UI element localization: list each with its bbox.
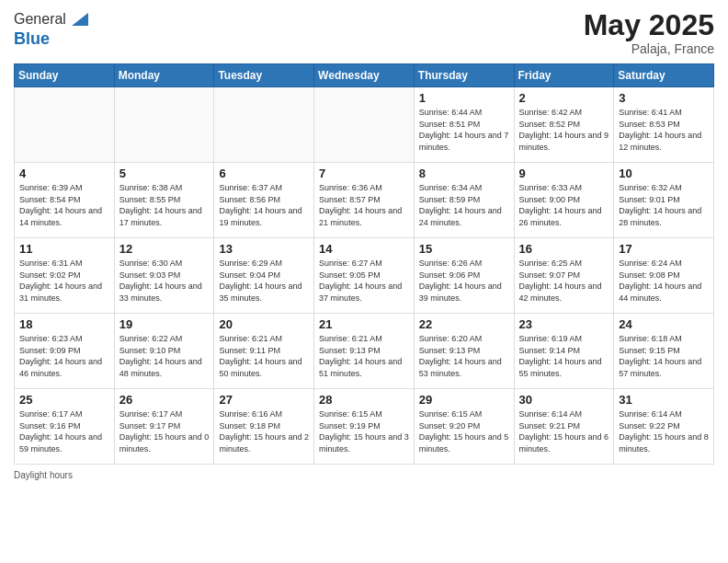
calendar-cell: 8Sunrise: 6:34 AM Sunset: 8:59 PM Daylig…	[414, 163, 514, 238]
calendar-cell: 17Sunrise: 6:24 AM Sunset: 9:08 PM Dayli…	[614, 238, 714, 314]
day-info: Sunrise: 6:41 AM Sunset: 8:53 PM Dayligh…	[619, 107, 709, 153]
day-info: Sunrise: 6:23 AM Sunset: 9:09 PM Dayligh…	[19, 333, 109, 379]
day-number: 8	[419, 167, 509, 180]
calendar-cell: 19Sunrise: 6:22 AM Sunset: 9:10 PM Dayli…	[114, 314, 214, 389]
day-number: 19	[119, 317, 210, 331]
month-title: May 2025	[584, 9, 714, 41]
day-number: 21	[319, 317, 409, 331]
day-info: Sunrise: 6:25 AM Sunset: 9:07 PM Dayligh…	[519, 258, 609, 304]
day-number: 16	[519, 242, 609, 256]
calendar-cell: 18Sunrise: 6:23 AM Sunset: 9:09 PM Dayli…	[15, 314, 115, 389]
day-number: 17	[619, 242, 709, 256]
day-number: 4	[19, 167, 109, 180]
calendar-cell: 15Sunrise: 6:26 AM Sunset: 9:06 PM Dayli…	[414, 238, 514, 314]
calendar-cell	[314, 87, 415, 163]
col-monday: Monday	[114, 64, 214, 87]
day-info: Sunrise: 6:14 AM Sunset: 9:22 PM Dayligh…	[619, 408, 709, 454]
day-number: 13	[219, 242, 309, 256]
footer-note: Daylight hours	[14, 470, 714, 480]
day-number: 26	[119, 393, 210, 407]
day-number: 10	[619, 167, 709, 180]
calendar-cell: 23Sunrise: 6:19 AM Sunset: 9:14 PM Dayli…	[514, 314, 614, 389]
calendar-week-4: 25Sunrise: 6:17 AM Sunset: 9:16 PM Dayli…	[15, 389, 714, 465]
logo-blue-text: Blue	[14, 29, 88, 49]
day-info: Sunrise: 6:18 AM Sunset: 9:15 PM Dayligh…	[619, 333, 709, 379]
calendar-cell: 11Sunrise: 6:31 AM Sunset: 9:02 PM Dayli…	[15, 238, 115, 314]
calendar-cell: 20Sunrise: 6:21 AM Sunset: 9:11 PM Dayli…	[214, 314, 314, 389]
day-number: 25	[19, 393, 109, 407]
calendar-header-row: Sunday Monday Tuesday Wednesday Thursday…	[15, 64, 714, 87]
calendar-cell: 21Sunrise: 6:21 AM Sunset: 9:13 PM Dayli…	[314, 314, 415, 389]
calendar-cell: 6Sunrise: 6:37 AM Sunset: 8:56 PM Daylig…	[214, 163, 314, 238]
col-tuesday: Tuesday	[214, 64, 314, 87]
day-info: Sunrise: 6:15 AM Sunset: 9:19 PM Dayligh…	[319, 408, 409, 454]
day-info: Sunrise: 6:26 AM Sunset: 9:06 PM Dayligh…	[419, 258, 509, 304]
calendar-week-3: 18Sunrise: 6:23 AM Sunset: 9:09 PM Dayli…	[15, 314, 714, 389]
calendar-cell: 24Sunrise: 6:18 AM Sunset: 9:15 PM Dayli…	[614, 314, 714, 389]
day-info: Sunrise: 6:16 AM Sunset: 9:18 PM Dayligh…	[219, 408, 309, 454]
day-info: Sunrise: 6:17 AM Sunset: 9:17 PM Dayligh…	[119, 408, 210, 454]
title-block: May 2025 Palaja, France	[584, 9, 714, 56]
calendar-cell: 3Sunrise: 6:41 AM Sunset: 8:53 PM Daylig…	[614, 87, 714, 163]
day-info: Sunrise: 6:36 AM Sunset: 8:57 PM Dayligh…	[319, 182, 409, 228]
day-number: 11	[19, 242, 109, 256]
col-thursday: Thursday	[414, 64, 514, 87]
day-number: 14	[319, 242, 409, 256]
svg-marker-0	[72, 13, 88, 26]
day-info: Sunrise: 6:44 AM Sunset: 8:51 PM Dayligh…	[419, 107, 509, 153]
day-info: Sunrise: 6:42 AM Sunset: 8:52 PM Dayligh…	[519, 107, 609, 153]
calendar-cell: 12Sunrise: 6:30 AM Sunset: 9:03 PM Dayli…	[114, 238, 214, 314]
calendar-cell: 25Sunrise: 6:17 AM Sunset: 9:16 PM Dayli…	[15, 389, 115, 465]
calendar-cell: 26Sunrise: 6:17 AM Sunset: 9:17 PM Dayli…	[114, 389, 214, 465]
day-info: Sunrise: 6:14 AM Sunset: 9:21 PM Dayligh…	[519, 408, 609, 454]
day-info: Sunrise: 6:34 AM Sunset: 8:59 PM Dayligh…	[419, 182, 509, 228]
day-number: 20	[219, 317, 309, 331]
day-number: 7	[319, 167, 409, 180]
header: General Blue May 2025 Palaja, France	[14, 9, 714, 56]
day-info: Sunrise: 6:24 AM Sunset: 9:08 PM Dayligh…	[619, 258, 709, 304]
col-wednesday: Wednesday	[314, 64, 415, 87]
col-friday: Friday	[514, 64, 614, 87]
daylight-hours-label: Daylight hours	[14, 470, 73, 480]
day-number: 23	[519, 317, 609, 331]
day-info: Sunrise: 6:30 AM Sunset: 9:03 PM Dayligh…	[119, 258, 210, 304]
day-info: Sunrise: 6:27 AM Sunset: 9:05 PM Dayligh…	[319, 258, 409, 304]
day-info: Sunrise: 6:31 AM Sunset: 9:02 PM Dayligh…	[19, 258, 109, 304]
logo-icon	[68, 9, 88, 29]
day-number: 12	[119, 242, 210, 256]
day-info: Sunrise: 6:17 AM Sunset: 9:16 PM Dayligh…	[19, 408, 109, 454]
calendar-cell: 29Sunrise: 6:15 AM Sunset: 9:20 PM Dayli…	[414, 389, 514, 465]
logo-general-text: General	[14, 11, 66, 28]
day-info: Sunrise: 6:37 AM Sunset: 8:56 PM Dayligh…	[219, 182, 309, 228]
day-number: 27	[219, 393, 309, 407]
calendar-cell: 4Sunrise: 6:39 AM Sunset: 8:54 PM Daylig…	[15, 163, 115, 238]
calendar-week-0: 1Sunrise: 6:44 AM Sunset: 8:51 PM Daylig…	[15, 87, 714, 163]
day-info: Sunrise: 6:15 AM Sunset: 9:20 PM Dayligh…	[419, 408, 509, 454]
day-info: Sunrise: 6:21 AM Sunset: 9:13 PM Dayligh…	[319, 333, 409, 379]
calendar: Sunday Monday Tuesday Wednesday Thursday…	[14, 63, 714, 465]
day-number: 5	[119, 167, 210, 180]
calendar-cell: 30Sunrise: 6:14 AM Sunset: 9:21 PM Dayli…	[514, 389, 614, 465]
day-number: 1	[419, 91, 509, 105]
calendar-cell: 7Sunrise: 6:36 AM Sunset: 8:57 PM Daylig…	[314, 163, 415, 238]
calendar-cell: 14Sunrise: 6:27 AM Sunset: 9:05 PM Dayli…	[314, 238, 415, 314]
day-number: 2	[519, 91, 609, 105]
calendar-cell: 27Sunrise: 6:16 AM Sunset: 9:18 PM Dayli…	[214, 389, 314, 465]
calendar-cell: 31Sunrise: 6:14 AM Sunset: 9:22 PM Dayli…	[614, 389, 714, 465]
calendar-cell: 10Sunrise: 6:32 AM Sunset: 9:01 PM Dayli…	[614, 163, 714, 238]
calendar-cell: 9Sunrise: 6:33 AM Sunset: 9:00 PM Daylig…	[514, 163, 614, 238]
day-info: Sunrise: 6:21 AM Sunset: 9:11 PM Dayligh…	[219, 333, 309, 379]
day-info: Sunrise: 6:39 AM Sunset: 8:54 PM Dayligh…	[19, 182, 109, 228]
calendar-cell	[114, 87, 214, 163]
day-number: 15	[419, 242, 509, 256]
calendar-cell: 28Sunrise: 6:15 AM Sunset: 9:19 PM Dayli…	[314, 389, 415, 465]
day-info: Sunrise: 6:38 AM Sunset: 8:55 PM Dayligh…	[119, 182, 210, 228]
day-info: Sunrise: 6:29 AM Sunset: 9:04 PM Dayligh…	[219, 258, 309, 304]
day-number: 24	[619, 317, 709, 331]
day-info: Sunrise: 6:33 AM Sunset: 9:00 PM Dayligh…	[519, 182, 609, 228]
calendar-week-1: 4Sunrise: 6:39 AM Sunset: 8:54 PM Daylig…	[15, 163, 714, 238]
page: General Blue May 2025 Palaja, France Sun…	[0, 0, 728, 563]
day-number: 22	[419, 317, 509, 331]
calendar-cell	[15, 87, 115, 163]
day-info: Sunrise: 6:32 AM Sunset: 9:01 PM Dayligh…	[619, 182, 709, 228]
